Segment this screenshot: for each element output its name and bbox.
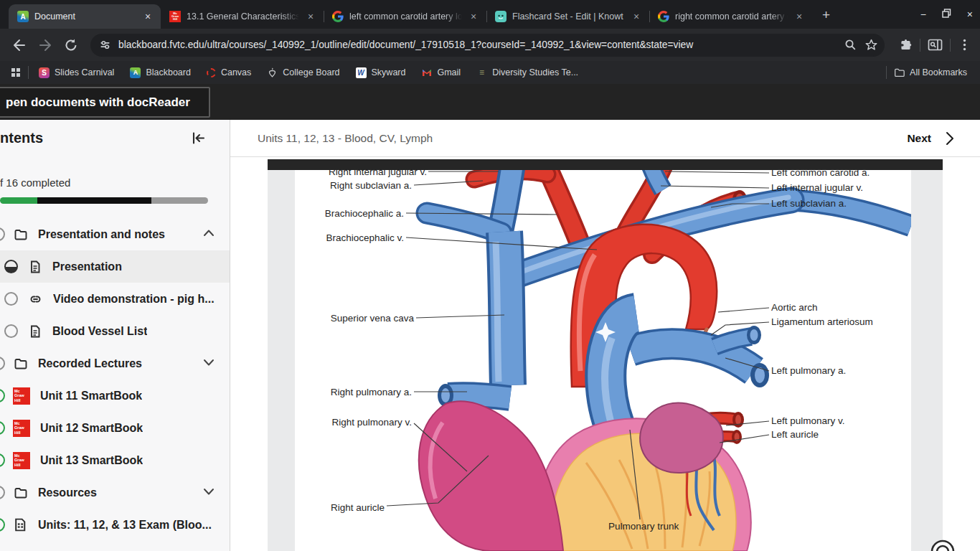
college-board-acorn-icon: [267, 67, 278, 78]
label-aortic-arch: Aortic arch: [771, 302, 818, 313]
tab-strip: A Document × Mc Graw Hill 13.1 General C…: [0, 0, 980, 29]
bookmark-gmail[interactable]: Gmail: [421, 67, 461, 78]
bookmark-label: Skyward: [372, 67, 406, 77]
label-left-pulmonary-a: Left pulmonary a.: [771, 365, 846, 376]
bookmark-label: Diversity Studies Te...: [492, 67, 578, 77]
all-bookmarks-label: All Bookmarks: [910, 67, 967, 77]
browser-menu-icon[interactable]: [958, 38, 971, 52]
tab-close-icon[interactable]: ×: [142, 11, 154, 22]
progress-segment-gray: [151, 197, 208, 204]
sidebar-item-label: Video demonstration - pig h...: [53, 293, 215, 306]
address-bar[interactable]: blackboard.fvtc.edu/ultra/courses/_14099…: [90, 34, 885, 57]
docreader-tooltip[interactable]: pen documents with docReader: [0, 87, 210, 118]
bookmark-college-board[interactable]: College Board: [267, 67, 339, 78]
bookmarks-divider: [28, 66, 29, 79]
main-content: Units 11, 12, 13 - Blood, CV, Lymph Next: [230, 120, 980, 551]
sidebar-item-unit-13-smartbook[interactable]: Mc Graw Hill Unit 13 SmartBook: [0, 444, 230, 476]
sidebar-item-unit-11-smartbook[interactable]: Mc Graw Hill Unit 11 SmartBook: [0, 380, 230, 412]
sidebar-item-unit-12-smartbook[interactable]: Mc Graw Hill Unit 12 SmartBook: [0, 412, 230, 444]
search-side-panel-icon[interactable]: [928, 38, 943, 52]
content-header: Units 11, 12, 13 - Blood, CV, Lymph Next: [230, 120, 980, 157]
bookmark-label: College Board: [283, 67, 339, 77]
window-close-button[interactable]: ×: [967, 9, 973, 20]
bookmark-label: Gmail: [437, 67, 461, 77]
site-settings-icon[interactable]: [99, 39, 111, 51]
zoom-page-icon[interactable]: [844, 39, 857, 51]
bookmark-slides-carnival[interactable]: SSlides Carnival: [39, 67, 114, 78]
window-restore-button[interactable]: [942, 9, 951, 20]
zoom-control-icon[interactable]: [928, 537, 957, 551]
sidebar-item-recorded-lectures[interactable]: Recorded Lectures: [0, 347, 230, 380]
forward-button[interactable]: [34, 34, 56, 56]
status-circle-icon: [4, 292, 18, 306]
bookmark-star-icon[interactable]: [865, 39, 877, 51]
url-text[interactable]: blackboard.fvtc.edu/ultra/courses/_14099…: [118, 39, 844, 50]
sidebar-item-presentation-and-notes[interactable]: Presentation and notes: [0, 218, 230, 250]
bookmark-blackboard[interactable]: ABlackboard: [130, 67, 191, 78]
right-auricle-shape: [419, 401, 563, 551]
tab-google-right-carotid[interactable]: right common carotid artery o ×: [649, 4, 812, 29]
status-complete-icon: [0, 421, 5, 435]
sidebar-item-label: Unit 12 SmartBook: [40, 422, 143, 435]
chevron-down-icon[interactable]: [202, 485, 215, 501]
sidebar-item-video-demonstration[interactable]: Video demonstration - pig h...: [0, 283, 230, 315]
contents-title: ntents: [0, 130, 43, 146]
next-chevron-icon[interactable]: [946, 131, 954, 146]
sidebar-item-resources[interactable]: Resources: [0, 476, 230, 509]
folder-icon: [13, 486, 28, 500]
sidebar-item-presentation[interactable]: Presentation: [0, 250, 230, 283]
sidebar-item-label: Presentation: [52, 260, 122, 273]
label-right-subclavian: Right subclavian a.: [330, 180, 412, 191]
status-circle-icon: [0, 227, 5, 241]
chevron-down-icon[interactable]: [202, 356, 215, 372]
tab-close-icon[interactable]: ×: [793, 11, 805, 22]
tab-close-icon[interactable]: ×: [305, 11, 316, 22]
skyward-icon: W: [356, 67, 367, 78]
left-pulmonary-artery-shape: [631, 326, 769, 387]
tab-knowt-flashcards[interactable]: Flashcard Set - Edit | Knowt ×: [486, 4, 649, 29]
sidebar-item-blood-vessel-list[interactable]: Blood Vessel List: [0, 315, 230, 347]
canvas-icon: [207, 68, 216, 77]
all-bookmarks-button[interactable]: All Bookmarks: [894, 67, 967, 78]
status-complete-icon: [0, 518, 5, 532]
viewer-toolbar[interactable]: [268, 159, 943, 170]
tab-document[interactable]: A Document ×: [9, 4, 161, 29]
tab-title: left common carotid artery loc: [349, 11, 462, 22]
tab-close-icon[interactable]: ×: [631, 11, 642, 22]
link-icon: [28, 292, 43, 306]
heart-vessels-figure: Right internal jugular v. Right subclavi…: [295, 170, 911, 551]
document-viewer: Right internal jugular v. Right subclavi…: [268, 159, 943, 551]
label-left-auricle: Left auricle: [771, 429, 819, 440]
collapse-sidebar-icon[interactable]: [191, 131, 206, 146]
bookmark-skyward[interactable]: WSkyward: [356, 67, 406, 78]
progress-segment-black: [37, 197, 151, 204]
back-button[interactable]: [9, 34, 30, 56]
window-minimize-button[interactable]: −: [920, 9, 926, 20]
folder-icon: [13, 227, 28, 242]
bookmark-diversity-studies[interactable]: ≡Diversity Studies Te...: [476, 67, 578, 78]
google-favicon-icon: [332, 11, 344, 22]
sidebar-item-units-exam[interactable]: Units: 11, 12, & 13 Exam (Bloo...: [0, 509, 230, 541]
bookmarks-divider: [886, 66, 887, 79]
tab-close-icon[interactable]: ×: [468, 11, 479, 22]
folder-icon: [13, 357, 28, 371]
reload-button[interactable]: [60, 34, 82, 56]
next-button[interactable]: Next: [907, 132, 931, 145]
mcgraw-hill-favicon-icon: Mc Graw Hill: [169, 11, 181, 22]
contents-sidebar: ntents f 16 completed Presentation and n…: [0, 120, 230, 551]
sidebar-item-label: Unit 13 SmartBook: [40, 454, 143, 467]
status-circle-icon: [0, 357, 5, 370]
sidebar-item-label: Recorded Lectures: [38, 357, 142, 370]
apps-grid-icon[interactable]: [10, 67, 21, 78]
tab-google-left-carotid[interactable]: left common carotid artery loc ×: [324, 4, 486, 29]
bookmark-canvas[interactable]: Canvas: [207, 67, 251, 77]
tab-title: Document: [34, 11, 136, 22]
mcgraw-hill-icon: Mc Graw Hill: [13, 387, 30, 405]
extensions-icon[interactable]: [899, 38, 913, 52]
label-left-common-carotid: Left common carotid a.: [771, 170, 870, 178]
status-circle-icon: [4, 324, 18, 338]
new-tab-button[interactable]: +: [822, 7, 830, 23]
tab-mcgraw-13-1[interactable]: Mc Graw Hill 13.1 General Characteristic…: [161, 4, 324, 29]
chevron-up-icon[interactable]: [202, 227, 215, 242]
docreader-banner: pen documents with docReader: [0, 84, 980, 120]
